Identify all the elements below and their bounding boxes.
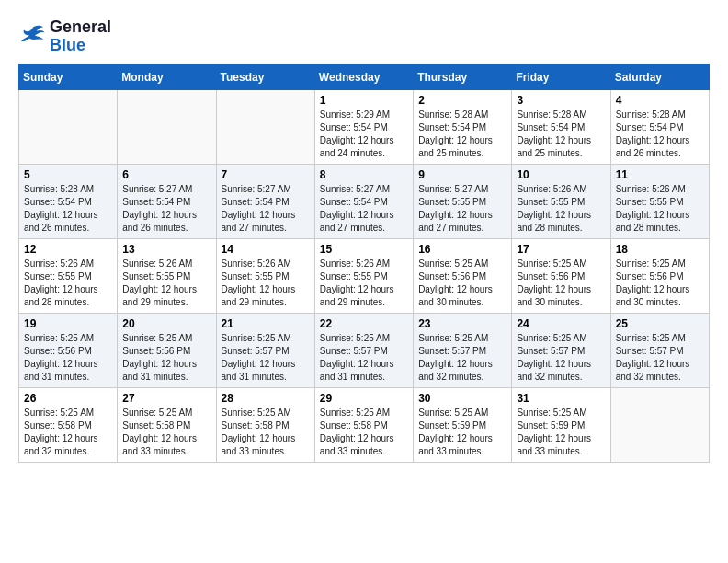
day-number: 10 [517, 168, 605, 181]
calendar-week-row: 12Sunrise: 5:26 AM Sunset: 5:55 PM Dayli… [19, 238, 710, 313]
day-number: 29 [320, 392, 408, 405]
day-info: Sunrise: 5:25 AM Sunset: 5:56 PM Dayligh… [418, 258, 506, 309]
day-info: Sunrise: 5:25 AM Sunset: 5:57 PM Dayligh… [616, 332, 704, 384]
calendar-cell: 12Sunrise: 5:26 AM Sunset: 5:55 PM Dayli… [19, 238, 118, 313]
day-info: Sunrise: 5:26 AM Sunset: 5:55 PM Dayligh… [24, 258, 112, 309]
calendar-cell: 4Sunrise: 5:28 AM Sunset: 5:54 PM Daylig… [610, 89, 709, 164]
day-number: 7 [222, 168, 310, 181]
calendar-cell: 25Sunrise: 5:25 AM Sunset: 5:57 PM Dayli… [610, 313, 709, 387]
day-number: 8 [320, 168, 408, 181]
calendar-table: SundayMondayTuesdayWednesdayThursdayFrid… [18, 64, 710, 463]
day-number: 15 [320, 243, 408, 256]
weekday-header-friday: Friday [512, 64, 610, 89]
calendar-cell: 5Sunrise: 5:28 AM Sunset: 5:54 PM Daylig… [19, 164, 118, 238]
calendar-cell: 6Sunrise: 5:27 AM Sunset: 5:54 PM Daylig… [118, 164, 216, 238]
calendar-cell: 16Sunrise: 5:25 AM Sunset: 5:56 PM Dayli… [414, 238, 512, 313]
calendar-cell: 10Sunrise: 5:26 AM Sunset: 5:55 PM Dayli… [512, 164, 610, 238]
day-number: 28 [222, 392, 310, 405]
calendar-header-row: SundayMondayTuesdayWednesdayThursdayFrid… [19, 64, 710, 89]
calendar-cell: 23Sunrise: 5:25 AM Sunset: 5:57 PM Dayli… [414, 313, 512, 387]
day-info: Sunrise: 5:26 AM Sunset: 5:55 PM Dayligh… [122, 258, 210, 309]
day-number: 16 [418, 243, 506, 256]
day-info: Sunrise: 5:28 AM Sunset: 5:54 PM Dayligh… [418, 109, 506, 160]
day-number: 13 [122, 243, 210, 256]
calendar-cell: 3Sunrise: 5:28 AM Sunset: 5:54 PM Daylig… [512, 89, 610, 164]
weekday-header-thursday: Thursday [414, 64, 512, 89]
logo-text-line1: GeneralBlue [50, 18, 111, 55]
calendar-cell: 30Sunrise: 5:25 AM Sunset: 5:59 PM Dayli… [414, 387, 512, 462]
day-info: Sunrise: 5:25 AM Sunset: 5:58 PM Dayligh… [24, 407, 112, 458]
weekday-header-saturday: Saturday [610, 64, 709, 89]
day-number: 6 [122, 168, 210, 181]
day-info: Sunrise: 5:25 AM Sunset: 5:59 PM Dayligh… [517, 407, 605, 458]
day-info: Sunrise: 5:28 AM Sunset: 5:54 PM Dayligh… [517, 109, 605, 160]
day-number: 21 [222, 317, 310, 330]
calendar-week-row: 19Sunrise: 5:25 AM Sunset: 5:56 PM Dayli… [19, 313, 710, 387]
day-number: 2 [418, 94, 506, 107]
day-info: Sunrise: 5:25 AM Sunset: 5:58 PM Dayligh… [122, 407, 210, 458]
calendar-cell: 13Sunrise: 5:26 AM Sunset: 5:55 PM Dayli… [118, 238, 216, 313]
calendar-cell: 18Sunrise: 5:25 AM Sunset: 5:56 PM Dayli… [610, 238, 709, 313]
calendar-cell: 17Sunrise: 5:25 AM Sunset: 5:56 PM Dayli… [512, 238, 610, 313]
day-info: Sunrise: 5:25 AM Sunset: 5:56 PM Dayligh… [517, 258, 605, 309]
day-number: 11 [616, 168, 704, 181]
calendar-cell: 9Sunrise: 5:27 AM Sunset: 5:55 PM Daylig… [414, 164, 512, 238]
day-number: 22 [320, 317, 408, 330]
day-number: 18 [616, 243, 704, 256]
day-number: 1 [320, 94, 408, 107]
calendar-cell: 20Sunrise: 5:25 AM Sunset: 5:56 PM Dayli… [118, 313, 216, 387]
day-info: Sunrise: 5:26 AM Sunset: 5:55 PM Dayligh… [517, 183, 605, 235]
day-number: 23 [418, 317, 506, 330]
day-number: 30 [418, 392, 506, 405]
day-info: Sunrise: 5:27 AM Sunset: 5:54 PM Dayligh… [122, 183, 210, 235]
day-info: Sunrise: 5:27 AM Sunset: 5:55 PM Dayligh… [418, 183, 506, 235]
day-info: Sunrise: 5:27 AM Sunset: 5:54 PM Dayligh… [320, 183, 408, 235]
day-info: Sunrise: 5:25 AM Sunset: 5:58 PM Dayligh… [222, 407, 310, 458]
day-info: Sunrise: 5:27 AM Sunset: 5:54 PM Dayligh… [222, 183, 310, 235]
day-info: Sunrise: 5:26 AM Sunset: 5:55 PM Dayligh… [222, 258, 310, 309]
calendar-week-row: 1Sunrise: 5:29 AM Sunset: 5:54 PM Daylig… [19, 89, 710, 164]
day-info: Sunrise: 5:26 AM Sunset: 5:55 PM Dayligh… [320, 258, 408, 309]
day-info: Sunrise: 5:29 AM Sunset: 5:54 PM Dayligh… [320, 109, 408, 160]
day-info: Sunrise: 5:26 AM Sunset: 5:55 PM Dayligh… [616, 183, 704, 235]
calendar-cell: 27Sunrise: 5:25 AM Sunset: 5:58 PM Dayli… [118, 387, 216, 462]
calendar-cell: 15Sunrise: 5:26 AM Sunset: 5:55 PM Dayli… [314, 238, 413, 313]
calendar-cell [216, 89, 314, 164]
calendar-week-row: 26Sunrise: 5:25 AM Sunset: 5:58 PM Dayli… [19, 387, 710, 462]
day-number: 24 [517, 317, 605, 330]
calendar-cell: 11Sunrise: 5:26 AM Sunset: 5:55 PM Dayli… [610, 164, 709, 238]
day-info: Sunrise: 5:25 AM Sunset: 5:59 PM Dayligh… [418, 407, 506, 458]
day-number: 5 [24, 168, 112, 181]
calendar-cell: 22Sunrise: 5:25 AM Sunset: 5:57 PM Dayli… [314, 313, 413, 387]
day-number: 31 [517, 392, 605, 405]
day-info: Sunrise: 5:25 AM Sunset: 5:56 PM Dayligh… [24, 332, 112, 384]
weekday-header-wednesday: Wednesday [314, 64, 413, 89]
day-info: Sunrise: 5:25 AM Sunset: 5:57 PM Dayligh… [320, 332, 408, 384]
day-number: 4 [616, 94, 704, 107]
calendar-cell: 19Sunrise: 5:25 AM Sunset: 5:56 PM Dayli… [19, 313, 118, 387]
calendar-cell: 28Sunrise: 5:25 AM Sunset: 5:58 PM Dayli… [216, 387, 314, 462]
calendar-cell [118, 89, 216, 164]
page-header: GeneralBlue [18, 18, 710, 55]
calendar-cell [19, 89, 118, 164]
day-number: 19 [24, 317, 112, 330]
day-number: 17 [517, 243, 605, 256]
day-info: Sunrise: 5:25 AM Sunset: 5:57 PM Dayligh… [517, 332, 605, 384]
calendar-week-row: 5Sunrise: 5:28 AM Sunset: 5:54 PM Daylig… [19, 164, 710, 238]
calendar-cell: 24Sunrise: 5:25 AM Sunset: 5:57 PM Dayli… [512, 313, 610, 387]
day-info: Sunrise: 5:25 AM Sunset: 5:57 PM Dayligh… [222, 332, 310, 384]
weekday-header-monday: Monday [118, 64, 216, 89]
day-info: Sunrise: 5:25 AM Sunset: 5:58 PM Dayligh… [320, 407, 408, 458]
calendar-cell: 29Sunrise: 5:25 AM Sunset: 5:58 PM Dayli… [314, 387, 413, 462]
logo: GeneralBlue [18, 18, 111, 55]
day-number: 20 [122, 317, 210, 330]
calendar-cell: 8Sunrise: 5:27 AM Sunset: 5:54 PM Daylig… [314, 164, 413, 238]
day-number: 12 [24, 243, 112, 256]
day-info: Sunrise: 5:28 AM Sunset: 5:54 PM Dayligh… [24, 183, 112, 235]
calendar-cell: 7Sunrise: 5:27 AM Sunset: 5:54 PM Daylig… [216, 164, 314, 238]
day-number: 26 [24, 392, 112, 405]
day-number: 3 [517, 94, 605, 107]
weekday-header-tuesday: Tuesday [216, 64, 314, 89]
day-info: Sunrise: 5:25 AM Sunset: 5:56 PM Dayligh… [122, 332, 210, 384]
calendar-cell: 31Sunrise: 5:25 AM Sunset: 5:59 PM Dayli… [512, 387, 610, 462]
